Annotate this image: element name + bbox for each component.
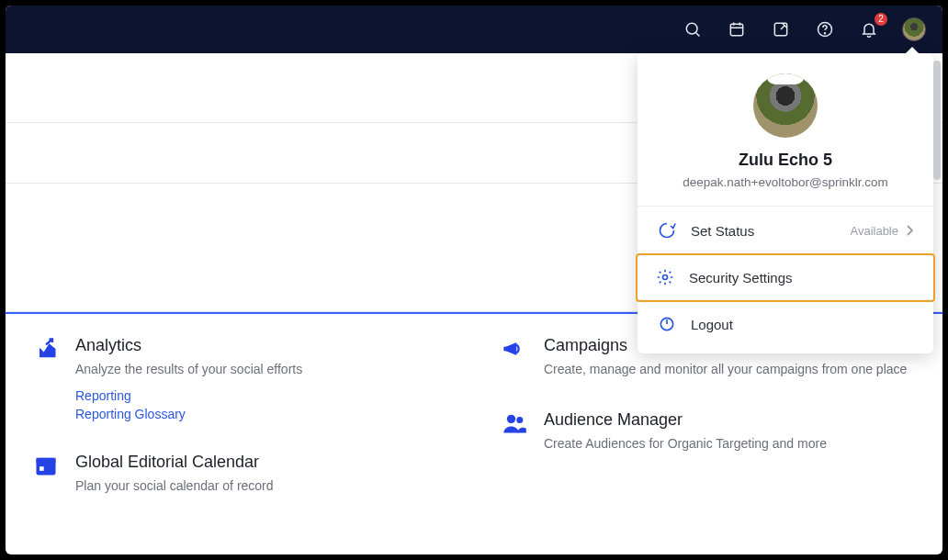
card-subtitle: Plan your social calendar of record — [75, 477, 274, 496]
audience-icon — [502, 410, 527, 436]
svg-point-8 — [825, 33, 826, 34]
link-reporting-glossary[interactable]: Reporting Glossary — [75, 407, 302, 421]
power-icon — [658, 315, 676, 333]
card-subtitle: Create, manage and monitor all your camp… — [544, 361, 907, 379]
scrollbar-thumb[interactable] — [933, 61, 941, 180]
profile-header: Zulu Echo 5 deepak.nath+evoltobor@sprink… — [638, 53, 933, 206]
compose-icon[interactable] — [770, 18, 792, 40]
profile-dropdown: Zulu Echo 5 deepak.nath+evoltobor@sprink… — [638, 53, 933, 353]
menu-logout[interactable]: Logout — [638, 300, 933, 348]
menu-label: Set Status — [691, 223, 835, 239]
svg-rect-10 — [37, 457, 56, 463]
card-subtitle: Create Audiences for Organic Targeting a… — [544, 435, 827, 454]
menu-security-settings[interactable]: Security Settings — [638, 255, 933, 300]
profile-menu: Set Status Available Security Settings L… — [638, 206, 933, 348]
svg-line-1 — [696, 33, 700, 37]
status-icon — [658, 221, 676, 240]
dropdown-caret — [906, 47, 919, 53]
notification-badge: 2 — [875, 13, 887, 26]
svg-rect-11 — [40, 466, 44, 471]
analytics-icon — [33, 336, 59, 362]
svg-point-13 — [507, 414, 515, 422]
top-nav: 2 — [6, 6, 942, 53]
notifications-icon[interactable]: 2 — [858, 18, 880, 40]
svg-rect-2 — [730, 24, 742, 35]
calendar-card-icon — [33, 453, 59, 478]
svg-rect-12 — [503, 347, 507, 352]
profile-name: Zulu Echo 5 — [739, 151, 832, 170]
status-value: Available — [850, 224, 898, 238]
card-calendar[interactable]: Global Editorial Calendar Plan your soci… — [33, 453, 446, 496]
card-links: Reporting Reporting Glossary — [75, 388, 302, 421]
menu-label: Security Settings — [689, 270, 915, 286]
card-analytics[interactable]: Analytics Analyze the results of your so… — [33, 336, 446, 421]
megaphone-icon — [502, 336, 527, 362]
menu-tail: Available — [850, 224, 913, 238]
search-icon[interactable] — [682, 18, 704, 40]
feature-col-right: Campaigns Create, manage and monitor all… — [502, 336, 915, 495]
avatar[interactable] — [902, 17, 926, 41]
avatar-large — [753, 73, 818, 138]
feature-col-left: Analytics Analyze the results of your so… — [33, 336, 446, 495]
card-title: Audience Manager — [544, 410, 827, 430]
card-subtitle: Analyze the results of your social effor… — [75, 361, 302, 379]
help-icon[interactable] — [814, 18, 836, 40]
link-reporting[interactable]: Reporting — [75, 388, 302, 403]
card-title: Global Editorial Calendar — [75, 453, 274, 472]
app-frame: 2 Analytics Analyze the results of your … — [6, 6, 942, 554]
calendar-icon[interactable] — [726, 18, 748, 40]
menu-label: Logout — [691, 317, 913, 332]
card-audience[interactable]: Audience Manager Create Audiences for Or… — [502, 410, 915, 454]
card-title: Analytics — [75, 336, 302, 355]
profile-email: deepak.nath+evoltobor@sprinklr.com — [683, 175, 887, 189]
svg-point-0 — [686, 23, 697, 34]
gear-icon — [656, 268, 674, 286]
chevron-right-icon — [906, 225, 913, 236]
menu-set-status[interactable]: Set Status Available — [638, 207, 933, 255]
svg-point-14 — [516, 417, 523, 423]
svg-point-15 — [663, 275, 668, 280]
